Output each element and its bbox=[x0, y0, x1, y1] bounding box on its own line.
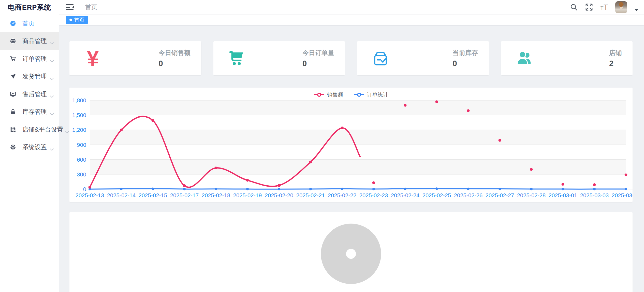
svg-text:2025-02-27: 2025-02-27 bbox=[486, 192, 514, 199]
stat-text: 店铺2 bbox=[609, 49, 622, 68]
svg-text:300: 300 bbox=[77, 171, 86, 178]
font-size-icon[interactable]: TT bbox=[600, 3, 608, 11]
tab-home[interactable]: 首页 bbox=[66, 16, 88, 24]
chevron-down-icon bbox=[50, 93, 54, 96]
font-size-icon-label: T bbox=[604, 3, 608, 11]
stat-card-1: 今日订单量0 bbox=[213, 41, 345, 75]
sidebar-collapse-icon[interactable] bbox=[66, 4, 75, 11]
stat-card-0: ¥今日销售额0 bbox=[69, 41, 201, 75]
cart-icon bbox=[9, 55, 17, 63]
topbar-actions: TT bbox=[570, 1, 638, 13]
svg-text:2025-02-23: 2025-02-23 bbox=[359, 192, 388, 199]
topbar: 首页 TT bbox=[59, 0, 644, 15]
sidebar-item-7[interactable]: 系统设置 bbox=[0, 138, 59, 156]
legend-marker-orders-icon bbox=[354, 92, 364, 97]
gear-icon bbox=[9, 143, 17, 151]
svg-text:0: 0 bbox=[83, 186, 86, 192]
content: ¥今日销售额0今日订单量0当前库存0店铺2 销售额 订单统计 bbox=[59, 25, 644, 292]
sidebar-item-label: 首页 bbox=[22, 19, 54, 27]
cart-icon bbox=[226, 48, 247, 69]
svg-text:2025-02-13: 2025-02-13 bbox=[76, 192, 104, 199]
svg-text:2025-02-18: 2025-02-18 bbox=[202, 192, 230, 199]
stat-text: 当前库存0 bbox=[453, 49, 478, 68]
tabs-bar: 首页 bbox=[59, 15, 644, 25]
lock-icon bbox=[9, 108, 17, 116]
search-icon[interactable] bbox=[570, 3, 578, 11]
svg-text:2025-02-24: 2025-02-24 bbox=[391, 192, 420, 199]
svg-text:2025-02-15: 2025-02-15 bbox=[139, 192, 167, 199]
yen-icon: ¥ bbox=[82, 48, 104, 69]
svg-text:2025-03-03: 2025-03-03 bbox=[580, 192, 609, 199]
stat-value: 2 bbox=[609, 59, 622, 68]
sidebar-item-label: 库存管理 bbox=[22, 108, 48, 116]
svg-text:2025-02-25: 2025-02-25 bbox=[422, 192, 451, 199]
main-area: 首页 TT 首页 ¥今日销售额0今日订单量0当前库存0店铺2 bbox=[59, 0, 644, 292]
svg-text:2025-02-22: 2025-02-22 bbox=[328, 192, 357, 199]
sidebar: 电商ERP系统 首页商品管理订单管理发货管理售后管理库存管理店铺&平台设置系统设… bbox=[0, 0, 59, 292]
sidebar-item-2[interactable]: 订单管理 bbox=[0, 50, 59, 68]
sidebar-menu: 首页商品管理订单管理发货管理售后管理库存管理店铺&平台设置系统设置 bbox=[0, 15, 59, 156]
save-icon bbox=[9, 126, 17, 133]
stat-text: 今日订单量0 bbox=[302, 49, 334, 68]
svg-text:2025-02-28: 2025-02-28 bbox=[517, 192, 546, 199]
stat-card-3: 店铺2 bbox=[501, 41, 633, 75]
tab-active-dot bbox=[69, 19, 72, 21]
sidebar-item-1[interactable]: 商品管理 bbox=[0, 32, 59, 50]
svg-text:2025-02-17: 2025-02-17 bbox=[170, 192, 199, 199]
monitor-icon bbox=[9, 90, 17, 98]
sidebar-item-label: 系统设置 bbox=[22, 143, 48, 151]
svg-text:2025-02-26: 2025-02-26 bbox=[454, 192, 483, 199]
stat-label: 今日销售额 bbox=[159, 49, 191, 57]
chevron-down-icon bbox=[50, 57, 54, 60]
sidebar-item-label: 店铺&平台设置 bbox=[22, 126, 63, 134]
sidebar-item-4[interactable]: 售后管理 bbox=[0, 85, 59, 103]
app-title: 电商ERP系统 bbox=[0, 0, 59, 15]
sidebar-item-label: 订单管理 bbox=[22, 55, 48, 63]
stat-label: 店铺 bbox=[609, 49, 622, 57]
legend-marker-sales-icon bbox=[314, 92, 325, 97]
svg-text:2025-02-14: 2025-02-14 bbox=[107, 192, 136, 199]
svg-text:2025-02-20: 2025-02-20 bbox=[265, 192, 294, 199]
stat-value: 0 bbox=[453, 59, 478, 68]
sidebar-item-label: 发货管理 bbox=[22, 72, 48, 80]
sales-chart-card: 销售额 订单统计 03006009001,2001,5001,8002025-0… bbox=[69, 88, 633, 202]
sidebar-item-label: 商品管理 bbox=[22, 37, 48, 45]
legend-item-sales[interactable]: 销售额 bbox=[314, 91, 343, 98]
tab-home-label: 首页 bbox=[74, 17, 84, 23]
sidebar-item-6[interactable]: 店铺&平台设置 bbox=[0, 121, 59, 138]
sidebar-item-0[interactable]: 首页 bbox=[0, 15, 59, 32]
legend-item-orders[interactable]: 订单统计 bbox=[354, 91, 388, 98]
stat-text: 今日销售额0 bbox=[159, 49, 191, 68]
legend-label-orders: 订单统计 bbox=[367, 91, 388, 98]
stat-card-2: 当前库存0 bbox=[357, 41, 489, 75]
chevron-down-icon bbox=[50, 146, 54, 149]
chevron-down-icon bbox=[50, 110, 54, 113]
svg-text:1,200: 1,200 bbox=[72, 127, 86, 133]
stat-label: 当前库存 bbox=[453, 49, 478, 57]
breadcrumb[interactable]: 首页 bbox=[85, 3, 97, 11]
sidebar-item-5[interactable]: 库存管理 bbox=[0, 103, 59, 121]
sidebar-item-3[interactable]: 发货管理 bbox=[0, 68, 59, 86]
send-icon bbox=[9, 73, 17, 80]
chevron-down-icon[interactable] bbox=[634, 9, 638, 11]
stat-value: 0 bbox=[159, 59, 191, 68]
svg-text:600: 600 bbox=[77, 157, 86, 163]
svg-text:2025-02-21: 2025-02-21 bbox=[296, 192, 325, 199]
empty-pie-placeholder bbox=[321, 224, 381, 284]
stats-row: ¥今日销售额0今日订单量0当前库存0店铺2 bbox=[69, 41, 633, 75]
sales-line-chart[interactable]: 03006009001,2001,5001,8002025-02-132025-… bbox=[69, 88, 633, 202]
fullscreen-icon[interactable] bbox=[585, 3, 593, 11]
chevron-down-icon bbox=[50, 39, 54, 43]
users-icon bbox=[514, 48, 535, 69]
chevron-down-icon bbox=[50, 75, 54, 78]
globe-icon bbox=[9, 37, 17, 45]
pie-chart-card bbox=[69, 212, 633, 292]
avatar[interactable] bbox=[615, 1, 627, 13]
svg-text:1,500: 1,500 bbox=[72, 112, 86, 118]
svg-text:2025-02-19: 2025-02-19 bbox=[233, 192, 262, 199]
dashboard-icon bbox=[9, 20, 17, 27]
svg-text:900: 900 bbox=[77, 142, 86, 148]
chart-legend: 销售额 订单统计 bbox=[69, 91, 633, 98]
svg-text:2025-03-04: 2025-03-04 bbox=[612, 192, 633, 199]
stat-label: 今日订单量 bbox=[302, 49, 334, 57]
